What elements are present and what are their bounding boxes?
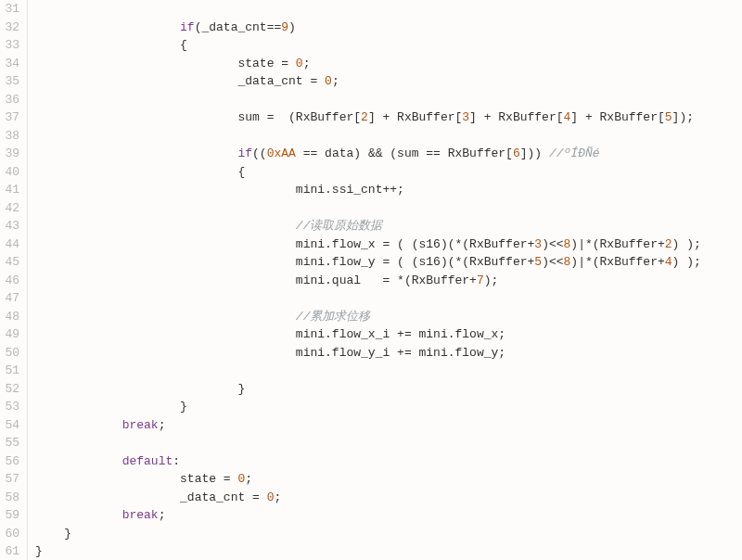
line-number: 40 bbox=[0, 163, 19, 182]
code-line: { bbox=[35, 163, 742, 182]
code-area: if(_data_cnt==9) { state = 0; _data_cnt … bbox=[28, 0, 742, 560]
token-ident: ) ); bbox=[672, 255, 701, 269]
token-op: ; bbox=[245, 472, 252, 486]
code-line: //读取原始数据 bbox=[35, 217, 742, 235]
line-number: 54 bbox=[0, 416, 19, 435]
code-line bbox=[35, 91, 742, 109]
token-num: 5 bbox=[534, 255, 542, 269]
code-line bbox=[35, 362, 742, 380]
code-line: { bbox=[35, 36, 742, 55]
code-line bbox=[35, 434, 742, 452]
token-comment: //ºÍĐÑé bbox=[549, 146, 600, 160]
line-number: 51 bbox=[0, 362, 19, 380]
line-number: 45 bbox=[0, 253, 19, 272]
code-line: } bbox=[35, 542, 742, 560]
token-op: } bbox=[35, 544, 43, 558]
token-ident: mini.flow_x = ( (s16)(*(RxBuffer+ bbox=[296, 237, 534, 251]
token-ident: ); bbox=[484, 274, 499, 287]
code-line: mini.flow_x = ( (s16)(*(RxBuffer+3)<<8)|… bbox=[35, 235, 742, 254]
token-num: 6 bbox=[513, 146, 520, 160]
token-op: ; bbox=[332, 74, 339, 88]
line-number: 43 bbox=[0, 217, 19, 235]
token-ident: (( bbox=[252, 146, 267, 160]
token-ident: )<< bbox=[542, 255, 563, 269]
code-line bbox=[35, 289, 742, 308]
line-number: 42 bbox=[0, 199, 19, 218]
line-number: 52 bbox=[0, 380, 19, 399]
line-number: 53 bbox=[0, 398, 19, 416]
token-op: ; bbox=[159, 508, 166, 522]
code-line: } bbox=[35, 525, 742, 543]
token-ident: state = bbox=[237, 57, 295, 70]
token-ident: _data_cnt = bbox=[180, 490, 267, 504]
token-kw: break bbox=[122, 418, 159, 432]
token-num: 5 bbox=[665, 110, 672, 124]
token-kw: if bbox=[237, 146, 252, 160]
line-number: 56 bbox=[0, 452, 19, 471]
line-number: 38 bbox=[0, 127, 19, 146]
token-op: { bbox=[237, 165, 245, 179]
token-ident: mini.flow_y = ( (s16)(*(RxBuffer+ bbox=[296, 255, 534, 269]
line-number: 61 bbox=[0, 542, 19, 560]
line-number: 49 bbox=[0, 325, 19, 344]
token-num: 2 bbox=[665, 237, 672, 251]
line-number: 60 bbox=[0, 525, 19, 543]
token-op: } bbox=[64, 527, 71, 541]
line-number: 41 bbox=[0, 181, 19, 199]
token-ident: == data) && (sum == RxBuffer[ bbox=[296, 146, 513, 160]
token-num: 3 bbox=[462, 110, 469, 124]
code-line: mini.flow_y = ( (s16)(*(RxBuffer+5)<<8)|… bbox=[35, 253, 742, 272]
line-number: 44 bbox=[0, 235, 19, 254]
token-op: ; bbox=[159, 418, 166, 432]
code-line bbox=[35, 0, 742, 19]
token-kw: default bbox=[122, 454, 173, 468]
token-ident: mini.flow_x_i += mini.flow_x; bbox=[296, 327, 505, 341]
line-number: 35 bbox=[0, 72, 19, 91]
token-op: (_data_cnt== bbox=[195, 20, 282, 34]
token-ident: ]); bbox=[672, 110, 694, 124]
code-line: } bbox=[35, 398, 742, 416]
token-num: 3 bbox=[534, 237, 542, 251]
code-line: mini.ssi_cnt++; bbox=[35, 181, 742, 199]
line-number: 50 bbox=[0, 344, 19, 363]
token-num: 7 bbox=[477, 274, 484, 287]
code-line: break; bbox=[35, 506, 742, 525]
token-kw: break bbox=[122, 508, 159, 522]
token-num: 0 bbox=[296, 57, 303, 70]
token-op: ) bbox=[288, 20, 296, 34]
token-ident: mini.ssi_cnt++; bbox=[296, 183, 404, 197]
line-number-gutter: 3132333435363738394041424344454647484950… bbox=[0, 0, 28, 560]
token-ident: ) ); bbox=[672, 237, 701, 251]
token-op: } bbox=[237, 382, 245, 396]
code-line: _data_cnt = 0; bbox=[35, 72, 742, 91]
token-op: : bbox=[173, 454, 180, 468]
line-number: 48 bbox=[0, 308, 19, 326]
line-number: 47 bbox=[0, 289, 19, 308]
line-number: 39 bbox=[0, 145, 19, 163]
line-number: 55 bbox=[0, 434, 19, 452]
line-number: 34 bbox=[0, 55, 19, 73]
code-line: state = 0; bbox=[35, 55, 742, 73]
token-ident: ] + RxBuffer[ bbox=[570, 110, 664, 124]
line-number: 46 bbox=[0, 272, 19, 290]
code-line: //累加求位移 bbox=[35, 308, 742, 326]
line-number: 36 bbox=[0, 91, 19, 109]
token-ident: mini.qual = *(RxBuffer+ bbox=[296, 274, 477, 287]
line-number: 37 bbox=[0, 108, 19, 127]
token-num: 0xAA bbox=[267, 146, 296, 160]
token-op: ; bbox=[274, 490, 281, 504]
token-ident: )|*(RxBuffer+ bbox=[570, 237, 664, 251]
code-line: mini.qual = *(RxBuffer+7); bbox=[35, 272, 742, 290]
line-number: 32 bbox=[0, 19, 19, 37]
token-num: 4 bbox=[665, 255, 672, 269]
code-line: default: bbox=[35, 452, 742, 471]
token-kw: if bbox=[180, 20, 195, 34]
line-number: 57 bbox=[0, 470, 19, 489]
code-line: mini.flow_x_i += mini.flow_x; bbox=[35, 325, 742, 344]
code-line bbox=[35, 199, 742, 218]
code-line: mini.flow_y_i += mini.flow_y; bbox=[35, 344, 742, 363]
token-ident: _data_cnt = bbox=[237, 74, 325, 88]
token-ident: ])) bbox=[520, 146, 549, 160]
code-line: } bbox=[35, 380, 742, 399]
line-number: 58 bbox=[0, 489, 19, 507]
